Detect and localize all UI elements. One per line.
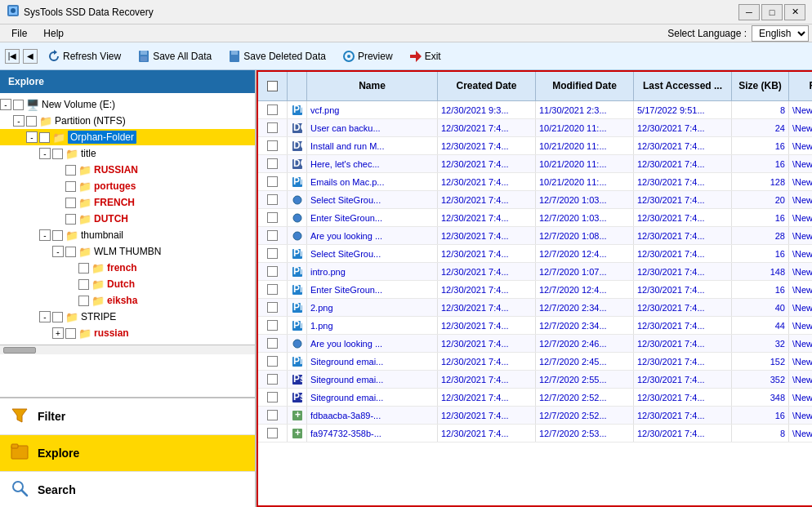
checkbox-orphan[interactable] [39, 132, 50, 143]
checkbox-eiksha[interactable] [78, 296, 89, 306]
preview-button[interactable]: Preview [336, 47, 399, 65]
save-deleted-button[interactable]: Save Deleted Data [221, 47, 332, 65]
tree-node-dutch2[interactable]: 📁 Dutch [0, 276, 255, 292]
menu-file[interactable]: File [3, 26, 35, 41]
expand-partition[interactable]: - [13, 115, 25, 127]
row-checkbox[interactable] [258, 155, 288, 172]
expand-russian2[interactable]: + [52, 327, 64, 339]
tree-node-eiksha[interactable]: 📁 eiksha [0, 292, 255, 309]
checkbox-dutch[interactable] [65, 214, 76, 225]
table-row[interactable]: Are you looking ...12/30/2021 7:4...12/7… [258, 335, 812, 353]
row-checkbox[interactable] [258, 407, 288, 424]
checkbox-partition[interactable] [26, 116, 37, 127]
row-cb[interactable] [267, 302, 278, 313]
table-row[interactable]: PNGEnter SiteGroun...12/30/2021 7:4...12… [258, 281, 812, 299]
minimize-button[interactable]: ─ [738, 4, 760, 20]
checkbox-russian2[interactable] [65, 328, 76, 339]
nav-prev-button[interactable]: ◀ [23, 49, 38, 64]
table-row[interactable]: PNGSelect SiteGrou...12/30/2021 7:4...12… [258, 245, 812, 263]
table-row[interactable]: PsSiteground emai...12/30/2021 7:4...12/… [258, 389, 812, 407]
checkbox-title[interactable] [52, 149, 63, 159]
table-row[interactable]: PNGEmails on Mac.p...12/30/2021 7:4...10… [258, 173, 812, 191]
tree-node-stripe[interactable]: - 📁 STRIPE [0, 309, 255, 325]
row-cb[interactable] [267, 392, 278, 402]
th-select-all[interactable] [258, 72, 288, 100]
checkbox-french2[interactable] [78, 263, 89, 274]
nav-explore[interactable]: Explore [0, 435, 255, 472]
row-checkbox[interactable] [258, 191, 288, 208]
row-cb[interactable] [267, 140, 278, 151]
row-cb[interactable] [267, 338, 278, 349]
row-cb[interactable] [267, 248, 278, 259]
checkbox-thumbnail[interactable] [52, 230, 63, 241]
expand-new-volume[interactable]: - [0, 99, 11, 110]
tree-node-french[interactable]: 📁 FRENCH [0, 194, 255, 211]
row-checkbox[interactable] [258, 209, 288, 226]
row-cb[interactable] [267, 410, 278, 420]
row-checkbox[interactable] [258, 317, 288, 334]
row-cb[interactable] [267, 212, 278, 223]
table-row[interactable]: DOCInstall and run M...12/30/2021 7:4...… [258, 137, 812, 155]
row-checkbox[interactable] [258, 101, 288, 118]
table-row[interactable]: PNGvcf.png12/30/2021 9:3...11/30/2021 2:… [258, 101, 812, 119]
row-checkbox[interactable] [258, 335, 288, 352]
checkbox-new-volume[interactable] [13, 100, 24, 110]
language-dropdown[interactable]: English [752, 25, 809, 42]
menu-help[interactable]: Help [35, 26, 72, 41]
tree-area[interactable]: - 🖥️ New Volume (E:) - 📁 Partition (NTFS… [0, 93, 255, 397]
row-cb[interactable] [267, 320, 278, 331]
nav-filter[interactable]: Filter [0, 398, 255, 435]
tree-node-portuges[interactable]: 📁 portuges [0, 178, 255, 194]
row-checkbox[interactable] [258, 173, 288, 190]
table-row[interactable]: PNGSiteground emai...12/30/2021 7:4...12… [258, 353, 812, 371]
row-checkbox[interactable] [258, 137, 288, 154]
expand-orphan[interactable]: - [26, 131, 38, 143]
row-cb[interactable] [267, 284, 278, 295]
checkbox-dutch2[interactable] [78, 279, 89, 290]
row-checkbox[interactable] [258, 227, 288, 244]
checkbox-portuges[interactable] [65, 181, 76, 192]
expand-wlm[interactable]: - [52, 246, 64, 257]
tree-node-title[interactable]: - 📁 title [0, 145, 255, 162]
close-button[interactable]: ✕ [784, 4, 805, 20]
refresh-button[interactable]: Refresh View [41, 47, 127, 65]
tree-node-dutch[interactable]: 📁 DUTCH [0, 211, 255, 227]
tree-node-new-volume[interactable]: - 🖥️ New Volume (E:) [0, 96, 255, 113]
row-cb[interactable] [267, 230, 278, 241]
checkbox-french[interactable] [65, 198, 76, 208]
exit-button[interactable]: Exit [403, 47, 448, 65]
table-row[interactable]: DOCHere, let's chec...12/30/2021 7:4...1… [258, 155, 812, 173]
tree-node-french2[interactable]: 📁 french [0, 260, 255, 276]
row-cb[interactable] [267, 266, 278, 277]
row-cb[interactable] [267, 374, 278, 385]
table-row[interactable]: Select SiteGrou...12/30/2021 7:4...12/7/… [258, 191, 812, 209]
row-cb[interactable] [267, 176, 278, 187]
tree-node-russian[interactable]: 📁 RUSSIAN [0, 162, 255, 178]
select-all-checkbox[interactable] [267, 81, 278, 91]
table-row[interactable]: Are you looking ...12/30/2021 7:4...12/7… [258, 227, 812, 245]
table-row[interactable]: PNG2.png12/30/2021 7:4...12/7/2020 2:34.… [258, 299, 812, 317]
checkbox-wlm[interactable] [65, 247, 76, 257]
tree-node-orphan[interactable]: - 📁 Orphan-Folder [0, 129, 255, 145]
expand-thumbnail[interactable]: - [39, 229, 51, 241]
checkbox-russian[interactable] [65, 165, 76, 176]
nav-first-button[interactable]: |◀ [5, 49, 20, 64]
table-row[interactable]: +fa974732-358b-...12/30/2021 7:4...12/7/… [258, 425, 812, 443]
expand-title[interactable]: - [39, 148, 51, 159]
table-row[interactable]: +fdbaacba-3a89-...12/30/2021 7:4...12/7/… [258, 407, 812, 425]
row-checkbox[interactable] [258, 299, 288, 316]
table-row[interactable]: PsSiteground emai...12/30/2021 7:4...12/… [258, 371, 812, 389]
expand-stripe[interactable]: - [39, 311, 51, 322]
row-cb[interactable] [267, 122, 278, 133]
row-checkbox[interactable] [258, 371, 288, 388]
tree-node-wlm[interactable]: - 📁 WLM THUMBN [0, 243, 255, 260]
table-row[interactable]: DOCUser can backu...12/30/2021 7:4...10/… [258, 119, 812, 137]
row-checkbox[interactable] [258, 281, 288, 298]
row-checkbox[interactable] [258, 389, 288, 406]
tree-node-russian2[interactable]: + 📁 russian [0, 325, 255, 341]
table-row[interactable]: PNG1.png12/30/2021 7:4...12/7/2020 2:34.… [258, 317, 812, 335]
save-all-button[interactable]: Save All Data [131, 47, 218, 65]
maximize-button[interactable]: □ [761, 4, 783, 20]
row-cb[interactable] [267, 105, 278, 115]
checkbox-stripe[interactable] [52, 312, 63, 322]
